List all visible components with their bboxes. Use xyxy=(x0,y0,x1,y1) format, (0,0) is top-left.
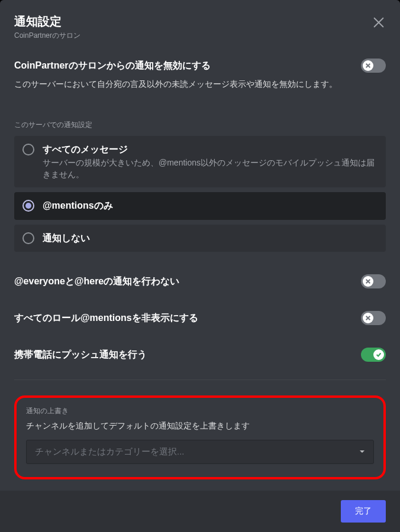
select-placeholder: チャンネルまたはカテゴリーを選択... xyxy=(35,446,185,458)
mute-toggle[interactable] xyxy=(361,59,386,73)
toggle-knob xyxy=(363,313,373,323)
server-notification-label: このサーバでの通知設定 xyxy=(14,120,386,130)
close-button[interactable] xyxy=(372,17,386,31)
suppress-everyone-section: @everyoneと@hereの通知を行わない xyxy=(14,272,386,291)
toggle-knob xyxy=(373,349,384,360)
mobile-push-toggle[interactable] xyxy=(361,348,386,362)
mute-title: CoinPartnerのサロンからの通知を無効にする xyxy=(14,59,211,72)
override-channel-select[interactable]: チャンネルまたはカテゴリーを選択... xyxy=(26,440,374,464)
radio-icon xyxy=(22,144,34,155)
chevron-down-icon xyxy=(359,446,365,457)
toggle-knob xyxy=(363,60,373,71)
modal-footer: 完了 xyxy=(0,491,400,532)
override-title: 通知の上書き xyxy=(26,406,374,416)
modal-header: 通知設定 CoinPartnerのサロン xyxy=(0,0,400,50)
modal-subtitle: CoinPartnerのサロン xyxy=(14,31,386,41)
toggle-knob xyxy=(363,276,373,287)
radio-none[interactable]: 通知しない xyxy=(14,225,386,252)
suppress-roles-section: すべてのロール@mentionsを非表示にする xyxy=(14,309,386,327)
mute-description: このサーバーにおいて自分宛の言及以外の未読メッセージ表示や通知を無効にします。 xyxy=(14,79,386,90)
modal-title: 通知設定 xyxy=(14,14,386,28)
mobile-push-label: 携帯電話にプッシュ通知を行う xyxy=(14,348,147,361)
radio-icon xyxy=(22,200,34,212)
suppress-everyone-label: @everyoneと@hereの通知を行わない xyxy=(14,275,179,288)
suppress-everyone-toggle[interactable] xyxy=(361,274,386,288)
done-button[interactable]: 完了 xyxy=(341,500,386,523)
radio-icon xyxy=(22,232,34,244)
notification-settings-modal: 通知設定 CoinPartnerのサロン CoinPartnerのサロンからの通… xyxy=(0,0,400,532)
mobile-push-section: 携帯電話にプッシュ通知を行う xyxy=(14,345,386,364)
radio-all-messages[interactable]: すべてのメッセージ サーバーの規模が大きいため、@mentions以外のメッセー… xyxy=(14,136,386,188)
radio-title: @mentionsのみ xyxy=(43,199,378,212)
radio-title: 通知しない xyxy=(43,232,378,245)
radio-mentions-only[interactable]: @mentionsのみ xyxy=(14,192,386,219)
suppress-roles-toggle[interactable] xyxy=(361,311,386,325)
notification-radio-group: すべてのメッセージ サーバーの規模が大きいため、@mentions以外のメッセー… xyxy=(14,136,386,257)
override-subtitle: チャンネルを追加してデフォルトの通知設定を上書きします xyxy=(26,421,374,432)
modal-content[interactable]: CoinPartnerのサロンからの通知を無効にする このサーバーにおいて自分宛… xyxy=(0,50,400,491)
suppress-roles-label: すべてのロール@mentionsを非表示にする xyxy=(14,312,198,325)
close-icon xyxy=(372,16,385,31)
radio-title: すべてのメッセージ xyxy=(43,143,378,156)
mute-section: CoinPartnerのサロンからの通知を無効にする このサーバーにおいて自分宛… xyxy=(14,56,386,90)
radio-desc: サーバーの規模が大きいため、@mentions以外のメッセージのモバイルプッシュ… xyxy=(43,157,378,180)
divider xyxy=(14,379,386,380)
override-section: 通知の上書き チャンネルを追加してデフォルトの通知設定を上書きします チャンネル… xyxy=(14,395,386,479)
